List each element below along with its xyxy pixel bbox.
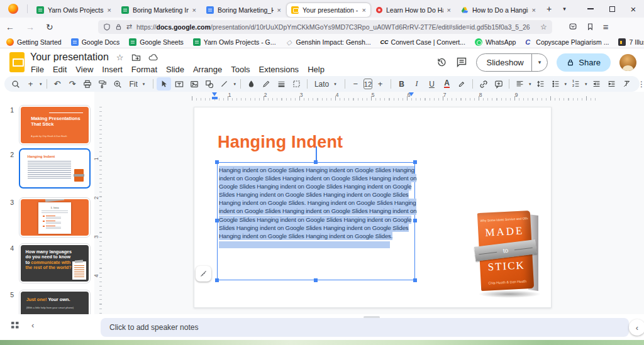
decrease-font-size-button[interactable]: −	[348, 77, 363, 90]
tab-close-icon[interactable]: ×	[532, 6, 536, 14]
slide-editing-canvas[interactable]: Hanging Indent Hanging indent on Google …	[194, 107, 552, 308]
comments-icon[interactable]	[456, 57, 467, 68]
selected-text-line[interactable]: Hanging indent on Google Slides. Hanging…	[219, 199, 416, 207]
bookmark-whatsapp[interactable]: WhatsApp	[475, 38, 516, 46]
slide-title[interactable]: Hanging Indent	[218, 133, 343, 152]
close-window-button[interactable]: ×	[623, 0, 644, 18]
tab-boring-marketing-howto[interactable]: Boring Marketing_How To D ×	[202, 3, 286, 17]
line-dropdown[interactable]: ▾	[232, 82, 237, 87]
slide-thumbnail-1[interactable]: Making Presentations That Stick A guide …	[19, 105, 91, 145]
print-button[interactable]	[80, 77, 95, 90]
selected-text-box[interactable]: Hanging indent on Google Slides Hanging …	[217, 162, 415, 280]
tab-yarn-owls[interactable]: Yarn Owls Projects - Google ×	[32, 3, 116, 17]
menu-edit[interactable]: Edit	[48, 65, 71, 74]
numbered-list-button[interactable]: 12	[569, 77, 583, 90]
menu-file[interactable]: File	[26, 65, 48, 74]
book-image[interactable]: Why Some Ideas Survive and Others Die...…	[475, 210, 545, 298]
selection-handle-sw[interactable]	[215, 278, 219, 282]
save-to-library-icon[interactable]	[586, 23, 594, 31]
slideshow-button[interactable]: Slideshow	[477, 58, 531, 67]
container-tabs-icon[interactable]: ⇄	[126, 23, 132, 31]
selection-handle-ne[interactable]	[413, 160, 417, 164]
bookmark-copyscape[interactable]: CCopyscape Plagiarism ...	[525, 38, 609, 46]
selected-text-line[interactable]: indent on Google Slides Hanging indent o…	[219, 207, 416, 215]
slideshow-dropdown-button[interactable]: ▾	[532, 59, 548, 65]
address-bar[interactable]: ⇄ https://docs.google.com/presentation/d…	[98, 20, 552, 34]
paint-format-button[interactable]	[96, 77, 110, 90]
text-color-button[interactable]: A	[440, 77, 454, 90]
slides-logo[interactable]	[9, 52, 25, 72]
speaker-notes-input[interactable]: Click to add speaker notes	[101, 318, 629, 337]
menu-extensions[interactable]: Extensions	[255, 65, 304, 74]
bookmark-google-sheets[interactable]: Google Sheets	[129, 38, 183, 46]
slide-thumbnail-5[interactable]: Just one! Your own. (With a little help …	[19, 290, 91, 314]
right-indent-marker[interactable]	[409, 92, 414, 96]
bookmark-yarn-owls[interactable]: Yarn Owls Projects - G...	[193, 38, 276, 46]
cloud-saved-icon[interactable]	[148, 53, 158, 62]
add-comment-button[interactable]	[491, 77, 506, 90]
collapse-panel-button[interactable]: ‹	[629, 319, 644, 336]
forward-button[interactable]: →	[20, 22, 40, 32]
bookmark-illustrated-novels[interactable]: 7 Illustrated Novels fo...	[618, 38, 644, 46]
bookmark-google-docs[interactable]: Google Docs	[71, 38, 120, 46]
floating-action-button[interactable]	[196, 266, 211, 282]
pocket-icon[interactable]	[569, 23, 577, 31]
bulleted-list-button[interactable]	[548, 77, 563, 90]
menu-help[interactable]: Help	[303, 65, 329, 74]
url-text[interactable]: https://docs.google.com/presentation/d/1…	[136, 23, 536, 31]
tab-close-icon[interactable]: ×	[362, 6, 366, 14]
selection-handle-s[interactable]	[314, 278, 318, 282]
tab-close-icon[interactable]: ×	[108, 6, 111, 14]
bookmark-convert-case[interactable]: CCConvert Case | Convert...	[380, 38, 465, 46]
maximize-button[interactable]	[601, 0, 623, 18]
hamburger-menu-icon[interactable]: ≡	[603, 21, 609, 32]
grid-view-button[interactable]	[10, 320, 20, 330]
tab-close-icon[interactable]: ×	[447, 6, 451, 14]
undo-button[interactable]: ↶	[50, 77, 65, 90]
move-to-folder-icon[interactable]	[131, 53, 141, 62]
slide-thumbnail-3[interactable]: 1. Intro	[19, 197, 91, 238]
vertical-ruler[interactable]: 1 2 3 4	[94, 102, 103, 314]
share-button[interactable]: Share	[557, 53, 611, 72]
new-tab-button[interactable]: +	[541, 4, 557, 14]
tab-boring-marketing-internal[interactable]: Boring Marketing Internal - ×	[117, 3, 201, 17]
reload-button[interactable]: ↻	[40, 22, 59, 32]
clear-formatting-button[interactable]	[619, 77, 634, 90]
left-indent-marker[interactable]	[212, 97, 218, 99]
decrease-indent-button[interactable]	[589, 77, 604, 90]
new-slide-button[interactable]: +	[23, 77, 38, 90]
menu-slide[interactable]: Slide	[162, 65, 189, 74]
selection-handle-nw[interactable]	[215, 160, 219, 164]
menu-tools[interactable]: Tools	[226, 65, 254, 74]
align-dropdown[interactable]: ▾	[528, 82, 533, 87]
menu-insert[interactable]: Insert	[97, 65, 127, 74]
zoom-button[interactable]	[111, 77, 125, 90]
slide-thumbnail-2-selected[interactable]: Hanging Indent	[19, 148, 91, 189]
redo-button[interactable]: ↷	[65, 77, 80, 90]
back-button[interactable]: ←	[0, 22, 20, 32]
border-color-button[interactable]	[259, 77, 274, 90]
search-menus-button[interactable]	[8, 77, 23, 90]
select-tool-button[interactable]	[157, 77, 171, 90]
document-title[interactable]: Your presentation	[30, 52, 109, 63]
version-history-icon[interactable]	[436, 57, 447, 68]
selection-handle-n[interactable]	[314, 160, 318, 164]
more-options-button[interactable]: ⋮	[635, 77, 644, 90]
bulleted-list-dropdown[interactable]: ▾	[564, 82, 569, 87]
bookmark-genshin[interactable]: ◇Genshin Impact: Gensh...	[286, 38, 371, 46]
slide-body-text[interactable]: Hanging indent on Google Slides Hanging …	[219, 166, 416, 248]
tab-how-to-hanging-indent[interactable]: How to Do a Hanging Inde ×	[457, 3, 540, 17]
tab-learn-hanging-indent[interactable]: Learn How to Do Hanging I ×	[372, 3, 455, 17]
line-spacing-button[interactable]	[533, 77, 548, 90]
underline-button[interactable]: U	[425, 77, 439, 90]
bookmark-getting-started[interactable]: Getting Started	[6, 38, 62, 46]
bookmark-star-icon[interactable]: ☆	[540, 23, 547, 31]
new-slide-dropdown[interactable]: ▾	[38, 82, 43, 87]
menu-format[interactable]: Format	[127, 65, 162, 74]
tab-list-dropdown-icon[interactable]: ▾	[557, 6, 572, 12]
avatar[interactable]	[619, 54, 636, 71]
insert-line-button[interactable]	[217, 77, 231, 90]
selected-text-line[interactable]: indent on Google Slides Hanging indent o…	[219, 174, 416, 182]
tab-close-icon[interactable]: ×	[277, 6, 281, 14]
align-button[interactable]	[513, 77, 527, 90]
